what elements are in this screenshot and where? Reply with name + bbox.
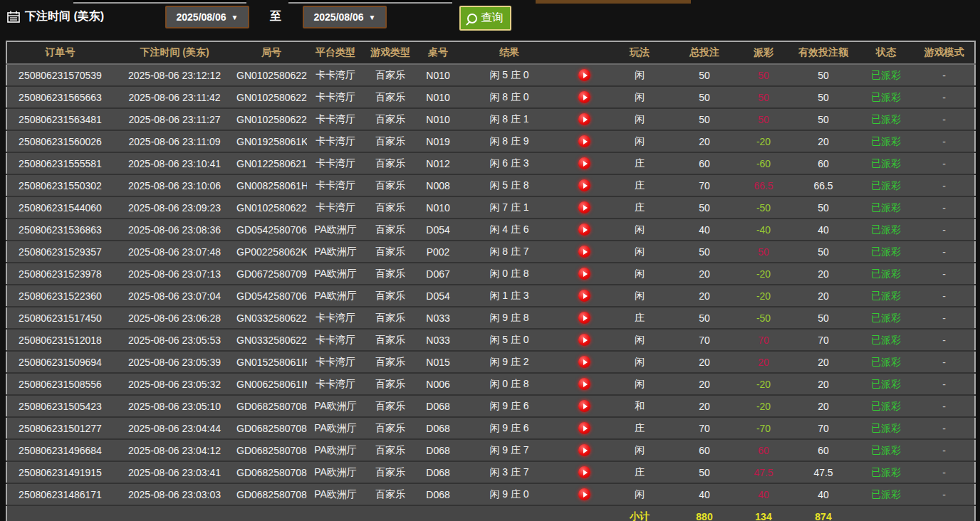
cell-order: 250806231491915 bbox=[6, 461, 113, 483]
cell-play: 庄 bbox=[609, 196, 670, 219]
cell-order: 250806231486171 bbox=[6, 483, 113, 505]
cell-table: D068 bbox=[417, 395, 459, 417]
cell-valid: 20 bbox=[788, 130, 858, 152]
play-video-button[interactable] bbox=[578, 488, 590, 500]
cell-table: D068 bbox=[417, 461, 459, 483]
play-video-button[interactable] bbox=[578, 69, 590, 81]
play-video-button[interactable] bbox=[578, 268, 590, 280]
cell-table: D067 bbox=[417, 263, 459, 285]
cell-round: GN0102580622W bbox=[236, 64, 307, 86]
table-row: 2508062315239782025-08-06 23:07:13GD0672… bbox=[6, 263, 975, 285]
cell-status: 已派彩 bbox=[858, 174, 914, 196]
cell-payout: -50 bbox=[739, 307, 788, 329]
play-video-button[interactable] bbox=[578, 113, 590, 125]
cell-time: 2025-08-06 23:07:13 bbox=[113, 263, 236, 285]
table-row: 2508062315012772025-08-06 23:04:44GD0682… bbox=[6, 417, 975, 439]
cell-game: 百家乐 bbox=[364, 285, 417, 307]
play-video-button[interactable] bbox=[578, 444, 590, 456]
date-to-select[interactable]: 2025/08/06 ▼ bbox=[303, 6, 387, 28]
cell-bet: 60 bbox=[670, 152, 739, 174]
cell-status: 已派彩 bbox=[858, 196, 914, 219]
cell-payout: -50 bbox=[739, 196, 788, 219]
cell-table: N010 bbox=[417, 108, 459, 130]
play-video-button[interactable] bbox=[578, 135, 590, 147]
play-video-button[interactable] bbox=[578, 201, 590, 214]
cell-play: 闲 bbox=[609, 64, 670, 86]
cell-table: N012 bbox=[417, 152, 459, 174]
cell-play: 闲 bbox=[609, 285, 670, 307]
cell-mode: - bbox=[914, 395, 975, 417]
cell-table: N015 bbox=[417, 351, 459, 373]
play-video-button[interactable] bbox=[578, 378, 590, 390]
table-row: 2508062315368632025-08-06 23:08:36GD0542… bbox=[6, 219, 975, 241]
cell-play: 闲 bbox=[609, 130, 670, 152]
cell-platform: PA欧洲厅 bbox=[307, 417, 364, 439]
cell-play: 闲 bbox=[609, 86, 670, 108]
cell-result: 闲 5 庄 8 bbox=[459, 174, 559, 196]
play-video-button[interactable] bbox=[578, 290, 590, 302]
cell-mode: - bbox=[914, 241, 975, 263]
cell-replay bbox=[559, 373, 609, 395]
cell-status: 已派彩 bbox=[858, 483, 914, 505]
play-video-button[interactable] bbox=[578, 179, 590, 191]
cell-game: 百家乐 bbox=[364, 263, 417, 285]
play-video-button[interactable] bbox=[578, 356, 590, 368]
query-button-label: 查询 bbox=[481, 11, 504, 26]
play-video-button[interactable] bbox=[578, 223, 590, 236]
cell-table: D068 bbox=[417, 483, 459, 505]
play-video-button[interactable] bbox=[578, 422, 590, 434]
cell-replay bbox=[559, 64, 609, 86]
column-header-round: 局号 bbox=[236, 41, 307, 64]
cell-round: GN015258061IR bbox=[236, 351, 307, 373]
cell-mode: - bbox=[914, 285, 975, 307]
cell-bet: 20 bbox=[670, 263, 739, 285]
play-video-button[interactable] bbox=[578, 157, 590, 169]
play-video-button[interactable] bbox=[578, 312, 590, 324]
cell-time: 2025-08-06 23:10:06 bbox=[113, 174, 236, 196]
cell-order: 250806231544060 bbox=[6, 196, 113, 219]
cell-replay bbox=[559, 351, 609, 373]
play-video-button[interactable] bbox=[578, 91, 590, 103]
cell-time: 2025-08-06 23:03:41 bbox=[113, 461, 236, 483]
cell-valid: 70 bbox=[788, 417, 858, 439]
bet-time-filter-label: 下注时间 (美东) bbox=[7, 9, 104, 24]
column-header-platform: 平台类型 bbox=[307, 41, 364, 64]
cell-replay bbox=[559, 461, 609, 483]
play-video-button[interactable] bbox=[578, 246, 590, 258]
cell-play: 庄 bbox=[609, 307, 670, 329]
cell-time: 2025-08-06 23:04:44 bbox=[113, 417, 236, 439]
cell-round: GD06825807085 bbox=[236, 395, 307, 417]
cell-mode: - bbox=[914, 307, 975, 329]
cell-platform: 卡卡湾厅 bbox=[307, 108, 364, 130]
play-video-button[interactable] bbox=[578, 334, 590, 346]
cell-platform: PA欧洲厅 bbox=[307, 439, 364, 461]
cell-payout: -20 bbox=[739, 373, 788, 395]
cell-platform: 卡卡湾厅 bbox=[307, 86, 364, 108]
cell-table: N008 bbox=[417, 174, 459, 196]
cell-mode: - bbox=[914, 373, 975, 395]
cell-time: 2025-08-06 23:08:36 bbox=[113, 219, 236, 241]
cell-payout: -60 bbox=[739, 152, 788, 174]
cell-order: 250806231501277 bbox=[6, 417, 113, 439]
cell-payout: 50 bbox=[739, 241, 788, 263]
query-button[interactable]: 查询 bbox=[459, 6, 511, 31]
play-video-button[interactable] bbox=[578, 400, 590, 412]
cell-round: GD0542580706J bbox=[236, 219, 307, 241]
cell-round: GP002258062KS bbox=[236, 241, 307, 263]
column-header-time: 下注时间 (美东) bbox=[113, 41, 236, 64]
cell-order: 250806231496684 bbox=[6, 439, 113, 461]
cell-replay bbox=[559, 439, 609, 461]
cell-platform: 卡卡湾厅 bbox=[307, 373, 364, 395]
chevron-down-icon: ▼ bbox=[369, 14, 376, 21]
cell-result: 闲 8 庄 7 bbox=[459, 241, 559, 263]
cell-time: 2025-08-06 23:11:09 bbox=[113, 130, 236, 152]
play-video-button[interactable] bbox=[578, 466, 590, 478]
cell-bet: 20 bbox=[670, 373, 739, 395]
cell-platform: 卡卡湾厅 bbox=[307, 130, 364, 152]
cell-payout: -20 bbox=[739, 130, 788, 152]
cell-replay bbox=[559, 174, 609, 196]
date-from-select[interactable]: 2025/08/06 ▼ bbox=[165, 6, 249, 28]
empty-cell bbox=[6, 505, 609, 521]
cell-status: 已派彩 bbox=[858, 439, 914, 461]
cell-valid: 47.5 bbox=[788, 461, 858, 483]
